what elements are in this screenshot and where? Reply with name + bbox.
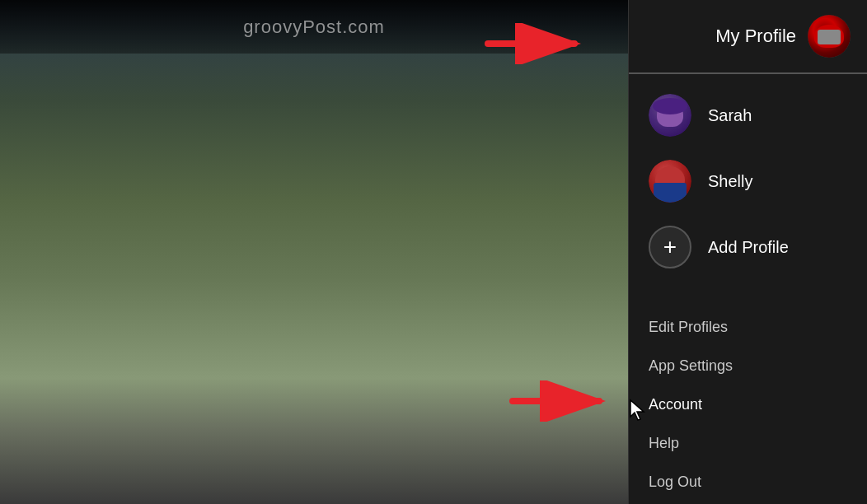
add-profile-circle: + [649,226,691,268]
sarah-name: Sarah [708,106,752,125]
profile-item-sarah[interactable]: Sarah [629,82,867,148]
menu-item-edit-profiles[interactable]: Edit Profiles [629,308,867,347]
current-profile-avatar [808,15,851,58]
shelly-name: Shelly [708,172,752,191]
menu-item-help[interactable]: Help [629,424,867,463]
my-profile-header[interactable]: My Profile [629,0,867,74]
my-profile-label: My Profile [715,26,796,47]
profile-dropdown-panel: My Profile Sarah Shelly + Add Profile [628,0,867,504]
watermark-text: groovyPost.com [243,16,385,38]
menu-items-list: Edit Profiles App Settings Account Help … [629,301,867,504]
sarah-avatar [649,94,691,137]
main-content-area: groovyPost.com [0,0,628,504]
profile-list: Sarah Shelly + Add Profile [629,74,867,288]
background-image [0,0,628,504]
add-profile-item[interactable]: + Add Profile [629,214,867,280]
menu-item-account[interactable]: Account [629,385,867,424]
plus-icon: + [663,236,677,259]
profile-item-shelly[interactable]: Shelly [629,148,867,214]
shelly-avatar [649,160,691,203]
menu-item-log-out[interactable]: Log Out [629,463,867,502]
antman-avatar [808,15,851,58]
add-profile-label: Add Profile [708,238,789,257]
menu-item-app-settings[interactable]: App Settings [629,347,867,385]
